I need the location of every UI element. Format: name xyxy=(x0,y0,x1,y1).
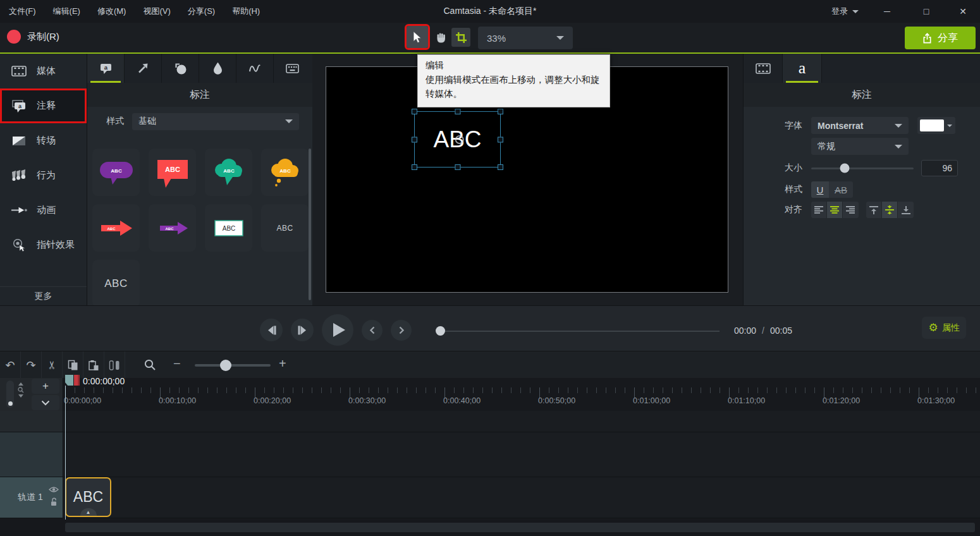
edit-mode-button[interactable] xyxy=(407,26,428,48)
track-row-empty[interactable] xyxy=(0,432,980,477)
sidebar-item-cursor-effects[interactable]: 指针效果 xyxy=(0,228,87,262)
resize-handle-e[interactable] xyxy=(498,137,503,142)
callout-tile-speech-bubble-rounded[interactable]: ABC xyxy=(92,149,140,196)
next-clip-button[interactable] xyxy=(391,320,412,341)
cut-button[interactable]: ✂ xyxy=(42,351,63,379)
callout-tile-text-large[interactable]: ABC xyxy=(92,260,140,307)
strikethrough-button[interactable]: AB xyxy=(829,181,853,198)
style-select[interactable]: 基础 xyxy=(132,113,299,130)
tab-callouts[interactable]: a xyxy=(87,54,125,83)
timeline-zoom-slider[interactable] xyxy=(195,364,271,367)
add-track-button[interactable]: + xyxy=(32,379,59,394)
align-right-button[interactable] xyxy=(843,202,859,218)
sidebar-item-transitions[interactable]: 转场 xyxy=(0,123,87,158)
align-center-button[interactable] xyxy=(827,202,843,218)
callout-tile-arrow-red[interactable]: ABC xyxy=(92,204,140,252)
minimize-button[interactable]: ─ xyxy=(873,0,902,23)
step-forward-button[interactable] xyxy=(291,319,314,341)
callout-tile-text-plain[interactable]: ABC xyxy=(261,204,309,252)
font-weight-select[interactable]: 常规 xyxy=(811,138,909,155)
font-select[interactable]: Montserrat xyxy=(811,117,909,134)
sidebar-item-behaviors[interactable]: 行为 xyxy=(0,158,87,193)
slider-knob[interactable] xyxy=(840,164,850,173)
callout-tile-speech-bubble-rect[interactable]: ABC xyxy=(149,149,196,196)
canvas-zoom-select[interactable]: 33% xyxy=(478,27,573,49)
menu-edit[interactable]: 编辑(E) xyxy=(53,6,80,17)
annotations-scrollbar[interactable] xyxy=(309,149,311,300)
valign-top-button[interactable] xyxy=(866,202,882,218)
playhead-line[interactable] xyxy=(65,386,66,520)
callout-tile-text-box[interactable]: ABC xyxy=(205,204,252,252)
resize-handle-n[interactable] xyxy=(455,109,460,114)
step-back-button[interactable] xyxy=(260,319,283,341)
valign-middle-button[interactable] xyxy=(882,202,898,218)
font-color-select[interactable] xyxy=(917,117,955,134)
sidebar-item-animations[interactable]: 动画 xyxy=(0,193,87,228)
resize-handle-nw[interactable] xyxy=(412,109,417,114)
tab-keystrokes[interactable] xyxy=(274,54,311,83)
login-button[interactable]: 登录 xyxy=(831,6,859,17)
scrubber-track[interactable] xyxy=(441,331,720,332)
undo-button[interactable]: ↶ xyxy=(0,351,21,379)
crop-mode-button[interactable] xyxy=(451,28,470,47)
track-height-slider[interactable] xyxy=(6,381,14,408)
paste-button[interactable] xyxy=(83,351,104,379)
menu-modify[interactable]: 修改(M) xyxy=(97,6,126,17)
timeline-zoom-in-button[interactable]: + xyxy=(279,356,286,371)
menu-file[interactable]: 文件(F) xyxy=(9,6,36,17)
sidebar-more-button[interactable]: 更多 xyxy=(0,286,87,305)
font-size-slider[interactable] xyxy=(811,168,914,169)
callout-tile-arrow-purple[interactable]: ABC xyxy=(149,204,196,252)
play-button[interactable] xyxy=(322,314,353,346)
redo-button[interactable]: ↷ xyxy=(21,351,42,379)
split-button[interactable] xyxy=(104,351,125,379)
track-row-1[interactable]: 轨道 1 ABC ▲ xyxy=(0,477,980,518)
timeline-zoom-knob[interactable] xyxy=(220,360,231,371)
playhead-marker[interactable] xyxy=(74,375,80,386)
copy-button[interactable] xyxy=(63,351,83,379)
underline-button[interactable]: U xyxy=(811,181,829,198)
clip-effects-chevron[interactable]: ▲ xyxy=(80,508,97,516)
canvas-selection[interactable]: ABC xyxy=(414,111,501,168)
playhead-selection-handle[interactable] xyxy=(65,375,73,386)
sidebar-item-annotations[interactable]: a 注释 xyxy=(0,88,87,123)
scrubber-handle[interactable] xyxy=(436,326,445,336)
rotation-anchor[interactable] xyxy=(455,135,463,144)
lock-icon[interactable] xyxy=(50,497,58,506)
timeline-horizontal-scrollbar[interactable] xyxy=(65,523,975,532)
tab-blur[interactable] xyxy=(199,54,236,83)
callout-tile-thought-cloud[interactable]: ABC xyxy=(261,149,309,196)
callout-tile-cloud[interactable]: ABC xyxy=(205,149,252,196)
tab-sketch[interactable] xyxy=(236,54,274,83)
resize-handle-ne[interactable] xyxy=(498,109,503,114)
resize-handle-sw[interactable] xyxy=(412,164,417,170)
share-button[interactable]: 分享 xyxy=(905,27,976,49)
tab-text-properties[interactable]: a xyxy=(783,54,822,83)
timeline-ruler[interactable]: 0:00:00;00 0:00:10;00 0:00:20;00 0:00:30… xyxy=(63,378,980,411)
collapse-tracks-button[interactable] xyxy=(32,395,59,410)
menu-share[interactable]: 分享(S) xyxy=(188,6,215,17)
resize-handle-se[interactable] xyxy=(498,164,503,170)
maximize-button[interactable]: □ xyxy=(912,0,941,23)
timeline-zoom-out-button[interactable]: − xyxy=(173,356,181,371)
pan-mode-button[interactable] xyxy=(431,28,450,47)
menu-help[interactable]: 帮助(H) xyxy=(232,6,260,17)
tab-arrows[interactable] xyxy=(125,54,162,83)
resize-handle-s[interactable] xyxy=(455,164,460,170)
tab-shapes[interactable] xyxy=(162,54,199,83)
timeline-clip-abc[interactable]: ABC ▲ xyxy=(65,477,111,517)
menu-view[interactable]: 视图(V) xyxy=(143,6,170,17)
track-zoom-control[interactable] xyxy=(18,382,24,398)
sidebar-item-media[interactable]: 媒体 xyxy=(0,54,87,88)
font-size-input[interactable] xyxy=(921,160,958,176)
record-button[interactable]: 录制(R) xyxy=(7,30,59,44)
align-left-button[interactable] xyxy=(811,202,827,218)
previous-clip-button[interactable] xyxy=(362,320,383,341)
tab-media-properties[interactable] xyxy=(744,54,783,83)
eye-icon[interactable] xyxy=(49,486,59,493)
properties-button[interactable]: ⚙ 属性 xyxy=(922,317,966,339)
track-row-empty[interactable] xyxy=(0,411,980,432)
close-button[interactable]: ✕ xyxy=(948,0,977,23)
resize-handle-w[interactable] xyxy=(412,137,417,142)
valign-bottom-button[interactable] xyxy=(898,202,914,218)
